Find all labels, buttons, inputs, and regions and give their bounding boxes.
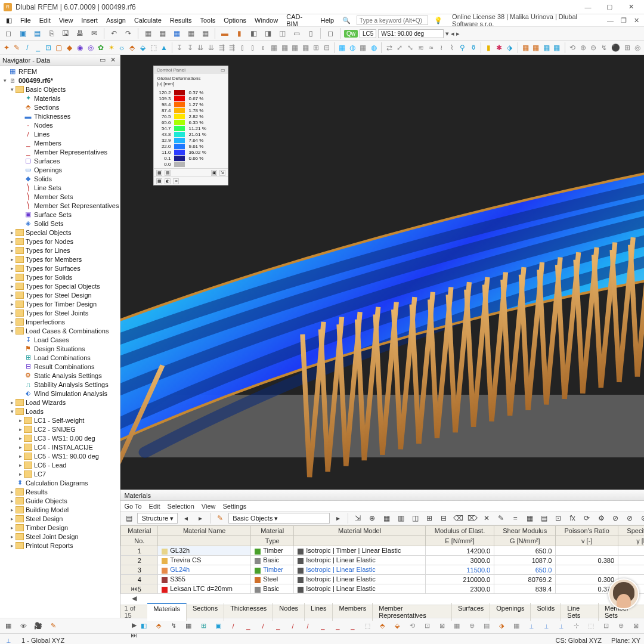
toolbar-icon[interactable]: ⚫: [611, 42, 621, 54]
tree-node[interactable]: ▸LC6 - Lead: [0, 460, 120, 469]
bottom-tool-icon[interactable]: ▤: [481, 620, 493, 632]
toolbar-icon[interactable]: ▦: [338, 42, 346, 54]
dock-tab[interactable]: Thicknesses: [224, 603, 273, 621]
control-panel-close-icon[interactable]: ▭: [221, 67, 225, 73]
toolbar-icon[interactable]: ⎯: [34, 42, 42, 54]
toolbar-icon[interactable]: ▬: [219, 27, 231, 39]
dock-tool-icon[interactable]: ⊘: [624, 512, 636, 524]
tree-node[interactable]: ▸Types for Steel Joints: [0, 308, 120, 317]
bottom-tool-icon[interactable]: ⟲: [406, 620, 418, 632]
toolbar-icon[interactable]: ≈: [427, 42, 435, 54]
bottom-tool-icon[interactable]: ⊡: [421, 620, 433, 632]
bottom-tool-icon[interactable]: 👁: [17, 620, 29, 632]
toolbar-icon[interactable]: ⫾: [259, 42, 268, 54]
leg-tab3[interactable]: ≡: [173, 178, 179, 184]
bottom-tool-icon[interactable]: ⟂: [555, 620, 567, 632]
bottom-tool-icon[interactable]: /: [287, 620, 299, 632]
nav-next-icon[interactable]: ▸: [194, 512, 206, 524]
leg-btn4[interactable]: ⇲: [219, 170, 225, 176]
bottom-tool-icon[interactable]: /: [227, 620, 239, 632]
toolbar-icon[interactable]: ▦: [185, 27, 197, 39]
leg-btn3[interactable]: ▣: [211, 170, 217, 176]
tree-node[interactable]: ▸Types for Special Objects: [0, 281, 120, 290]
tree-node[interactable]: ✦Materials: [0, 94, 120, 103]
dock-tab[interactable]: Solids: [531, 603, 561, 621]
tree-node[interactable]: ▸LC2 - SNIJEG: [0, 425, 120, 434]
tree-node[interactable]: ▸Types for Surfaces: [0, 264, 120, 273]
tree-node[interactable]: ⚙Static Analysis Settings: [0, 371, 120, 380]
dock-tab[interactable]: Lines: [305, 603, 333, 621]
dock-tool-icon[interactable]: ▦: [380, 512, 392, 524]
navigator-close-button[interactable]: ✕: [109, 56, 117, 64]
tree-node[interactable]: ▸Steel Design: [0, 514, 120, 523]
toolbar-icon[interactable]: ◻: [324, 27, 336, 39]
keyword-search[interactable]: [357, 16, 428, 25]
tree-node[interactable]: ◆Solids: [0, 174, 120, 183]
toolbar-icon[interactable]: ≀: [438, 42, 446, 54]
toolbar-icon[interactable]: ▦: [543, 42, 551, 54]
toolbar-icon[interactable]: ▮: [485, 42, 493, 54]
dock-tab[interactable]: Members: [333, 603, 373, 621]
loadcase-selector[interactable]: QwLC5WS1: 90.00 deg▾ ◂ ▸: [344, 29, 460, 38]
toolbar-icon[interactable]: ⊖: [590, 42, 598, 54]
tree-node[interactable]: ▸LC5 - WS1: 90.00 deg: [0, 451, 120, 460]
bottom-tool-icon[interactable]: ▦: [182, 620, 194, 632]
leg-tab2[interactable]: ◐: [165, 178, 171, 184]
structure-icon[interactable]: ▤: [123, 512, 135, 524]
toolbar-icon[interactable]: ▦: [359, 42, 367, 54]
bottom-tool-icon[interactable]: ▦: [451, 620, 463, 632]
navigator-tree[interactable]: ▦RFEM▾🗎000499.rf6*▾Basic Objects✦Materia…: [0, 66, 120, 618]
leg-btn1[interactable]: ▦: [156, 170, 162, 176]
toolbar-icon[interactable]: /: [23, 42, 32, 54]
bottom-tool-icon[interactable]: ⊹: [570, 620, 582, 632]
dock-tool-icon[interactable]: ⊡: [552, 512, 564, 524]
bottom-tool-icon[interactable]: ⬘: [153, 620, 165, 632]
dock-tool-icon[interactable]: ✎: [495, 512, 507, 524]
bulb-icon[interactable]: 💡: [431, 16, 446, 25]
toolbar-icon[interactable]: ▭: [290, 27, 302, 39]
menu-cadbim[interactable]: CAD-BIM: [283, 13, 315, 28]
toolbar-icon[interactable]: ▦: [199, 27, 211, 39]
tree-node[interactable]: ⬘Sections: [0, 103, 120, 112]
bottom-tool-icon[interactable]: ⊕: [615, 620, 627, 632]
dock-tool-icon[interactable]: ⌫: [452, 512, 464, 524]
dock-tab[interactable]: Surfaces: [452, 603, 490, 621]
tree-node[interactable]: ⊟Result Combinations: [0, 362, 120, 371]
toolbar-icon[interactable]: ≋: [417, 42, 425, 54]
tree-node[interactable]: ◈Solid Sets: [0, 219, 120, 228]
toolbar-icon[interactable]: ⬚: [149, 42, 157, 54]
tree-node[interactable]: ·Nodes: [0, 120, 120, 129]
bottom-tool-icon[interactable]: ⎯: [272, 620, 284, 632]
toolbar-icon[interactable]: ▯: [305, 27, 317, 39]
bottom-tool-icon[interactable]: ⊠: [630, 620, 642, 632]
toolbar-icon[interactable]: ↶: [108, 27, 120, 39]
tab-first-icon[interactable]: ⏮: [131, 585, 137, 592]
tree-node[interactable]: ▸Building Model: [0, 505, 120, 514]
toolbar-icon[interactable]: ◎: [633, 42, 642, 54]
dock-tool-icon[interactable]: fx: [566, 512, 578, 524]
bottom-tool-icon[interactable]: ⬚: [585, 620, 597, 632]
menu-results[interactable]: Results: [166, 16, 196, 24]
dock-tool-icon[interactable]: ⊘: [638, 512, 644, 524]
dock-menu-selection[interactable]: Selection: [168, 503, 194, 510]
toolbar-icon[interactable]: ⚱: [469, 42, 478, 54]
menu-insert[interactable]: Insert: [78, 16, 101, 24]
category-select[interactable]: Basic Objects ▾: [228, 513, 330, 524]
dock-tool-icon[interactable]: ▤: [538, 512, 550, 524]
toolbar-icon[interactable]: ✱: [496, 42, 504, 54]
toolbar-icon[interactable]: ⟲: [568, 42, 577, 54]
toolbar-icon[interactable]: ⤢: [396, 42, 404, 54]
toolbar-icon[interactable]: ⇶: [228, 42, 236, 54]
toolbar-icon[interactable]: ⊞: [312, 42, 320, 54]
structure-select[interactable]: Structure ▾: [137, 513, 178, 524]
bottom-tool-icon[interactable]: ✎: [47, 620, 59, 632]
toolbar-icon[interactable]: ⇄: [385, 42, 394, 54]
toolbar-icon[interactable]: ▦: [291, 42, 299, 54]
toolbar-icon[interactable]: ✦: [2, 42, 11, 54]
tree-node[interactable]: ▸Special Objects: [0, 228, 120, 237]
menu-calculate[interactable]: Calculate: [131, 16, 165, 24]
toolbar-icon[interactable]: ⫿: [249, 42, 258, 54]
dock-tool-icon[interactable]: ⊕: [366, 512, 378, 524]
dock-tool-icon[interactable]: ⊟: [438, 512, 450, 524]
menu-file[interactable]: File: [17, 16, 35, 24]
